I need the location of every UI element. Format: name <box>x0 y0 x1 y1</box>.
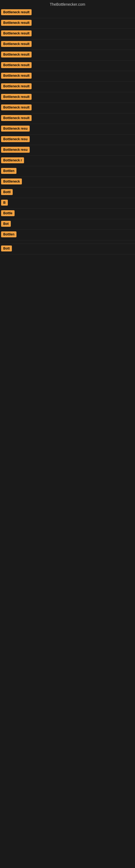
list-item: Bottleneck r <box>0 156 135 166</box>
list-item: B <box>0 198 135 209</box>
list-item: Bottleneck result <box>0 61 135 71</box>
bottleneck-badge[interactable]: Bottlen <box>1 168 16 174</box>
list-item: Bottleneck result <box>0 113 135 124</box>
list-item: Bottleneck result <box>0 8 135 18</box>
bottleneck-badge[interactable]: Bottleneck result <box>1 115 32 121</box>
list-item: Bottleneck result <box>0 92 135 103</box>
list-item: Bottleneck resu <box>0 134 135 145</box>
bottleneck-badge[interactable]: Bot <box>1 221 11 227</box>
list-item: Bottleneck resu <box>0 145 135 156</box>
list-item: Bottl <box>0 187 135 198</box>
bottleneck-badge[interactable]: Bottleneck resu <box>1 136 30 142</box>
list-item: Bottleneck result <box>0 82 135 92</box>
bottleneck-badge[interactable]: Bottl <box>1 189 13 195</box>
list-item: Bottlen <box>0 230 135 240</box>
bottleneck-badge[interactable]: Bottleneck result <box>1 104 32 111</box>
list-item: Bottleneck result <box>0 50 135 61</box>
bottleneck-badge[interactable]: Bottlen <box>1 231 16 237</box>
list-item: Bottleneck result <box>0 39 135 50</box>
bottleneck-badge[interactable]: Bottleneck r <box>1 157 24 163</box>
bottleneck-badge[interactable]: Bott <box>1 246 12 251</box>
list-item <box>0 240 135 244</box>
results-list: Bottleneck resultBottleneck resultBottle… <box>0 8 135 688</box>
list-item: Bottleneck result <box>0 18 135 29</box>
site-title: TheBottlenecker.com <box>50 2 85 6</box>
list-item: Bottlen <box>0 166 135 177</box>
bottleneck-badge[interactable]: Bottleneck result <box>1 30 32 36</box>
bottleneck-badge[interactable]: Bottleneck result <box>1 62 32 68</box>
bottleneck-badge[interactable]: Bottleneck result <box>1 73 32 79</box>
bottleneck-badge[interactable]: Bottleneck result <box>1 52 32 58</box>
bottleneck-badge[interactable]: Bottleneck resu <box>1 126 30 131</box>
bottleneck-badge[interactable]: B <box>1 199 8 206</box>
bottleneck-badge[interactable]: Bottleneck result <box>1 83 32 89</box>
list-item: Bottleneck result <box>0 103 135 113</box>
bottleneck-badge[interactable]: Bottleneck <box>1 179 22 184</box>
bottleneck-badge[interactable]: Bottleneck result <box>1 9 32 15</box>
site-header: TheBottlenecker.com <box>0 0 135 8</box>
bottleneck-badge[interactable]: Bottle <box>1 210 14 216</box>
list-item: Bottleneck resu <box>0 124 135 134</box>
bottleneck-badge[interactable]: Bottleneck result <box>1 94 32 100</box>
list-item: Bottleneck result <box>0 29 135 39</box>
list-item: Bot <box>0 219 135 230</box>
list-item: Bott <box>0 244 135 254</box>
bottleneck-badge[interactable]: Bottleneck resu <box>1 147 30 153</box>
bottleneck-badge[interactable]: Bottleneck result <box>1 41 32 47</box>
bottleneck-badge[interactable]: Bottleneck result <box>1 20 32 26</box>
list-item: Bottleneck result <box>0 71 135 82</box>
list-item: Bottleneck <box>0 177 135 187</box>
list-item: Bottle <box>0 209 135 219</box>
